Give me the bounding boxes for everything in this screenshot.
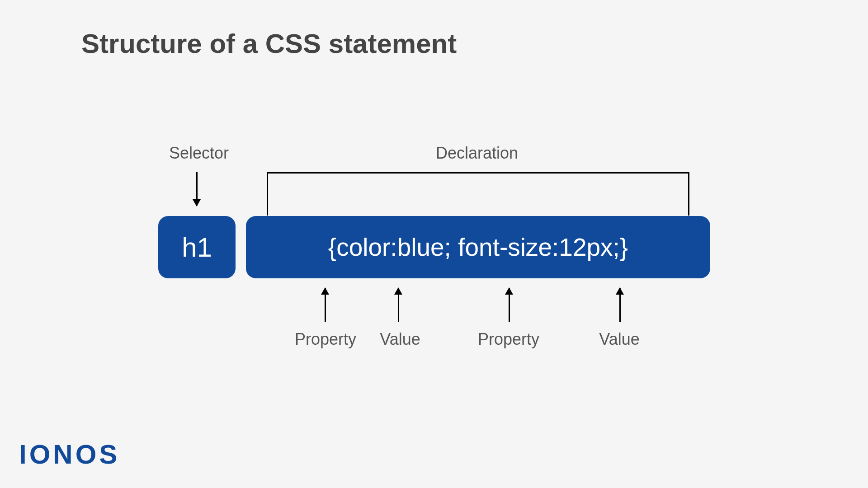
arrow-property1 [325, 288, 326, 322]
label-declaration: Declaration [398, 144, 556, 163]
declaration-text: {color:blue; font-size:12px;} [328, 233, 628, 262]
diagram-stage: Structure of a CSS statement Selector De… [0, 0, 868, 488]
declaration-box: {color:blue; font-size:12px;} [246, 216, 710, 278]
arrow-value1 [398, 288, 399, 322]
brand-logo: IONOS [19, 439, 120, 470]
selector-text: h1 [182, 232, 212, 263]
diagram-title: Structure of a CSS statement [81, 28, 457, 59]
label-property1: Property [285, 330, 366, 349]
label-value1: Value [368, 330, 432, 349]
label-property2: Property [468, 330, 549, 349]
label-value2: Value [588, 330, 651, 349]
arrow-value2 [619, 288, 621, 322]
label-selector: Selector [160, 144, 237, 163]
selector-box: h1 [158, 216, 236, 278]
arrow-selector [196, 172, 198, 206]
arrow-property2 [509, 288, 510, 322]
bracket-declaration [267, 172, 689, 216]
